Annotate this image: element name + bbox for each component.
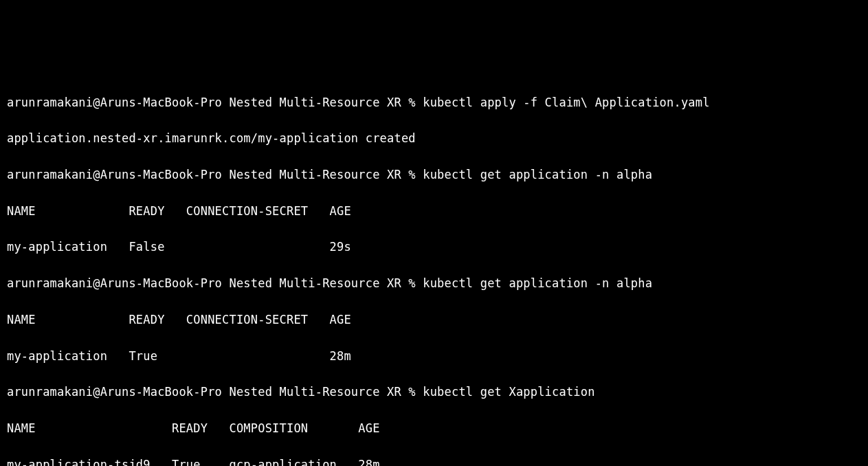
terminal-line-header: NAME READY COMPOSITION AGE bbox=[7, 419, 861, 437]
terminal-line-command: arunramakani@Aruns-MacBook-Pro Nested Mu… bbox=[7, 274, 861, 292]
terminal-line-row: my-application False 29s bbox=[7, 238, 861, 256]
terminal-line-header: NAME READY CONNECTION-SECRET AGE bbox=[7, 311, 861, 329]
terminal-line-header: NAME READY CONNECTION-SECRET AGE bbox=[7, 202, 861, 220]
terminal-line-output: application.nested-xr.imarunrk.com/my-ap… bbox=[7, 129, 861, 147]
terminal-line-command: arunramakani@Aruns-MacBook-Pro Nested Mu… bbox=[7, 93, 861, 111]
terminal-line-command: arunramakani@Aruns-MacBook-Pro Nested Mu… bbox=[7, 166, 861, 184]
terminal-line-command: arunramakani@Aruns-MacBook-Pro Nested Mu… bbox=[7, 383, 861, 401]
terminal-line-row: my-application True 28m bbox=[7, 347, 861, 365]
terminal-line-row: my-application-tsjd9 True gcp-applicatio… bbox=[7, 456, 861, 466]
terminal-window[interactable]: arunramakani@Aruns-MacBook-Pro Nested Mu… bbox=[7, 75, 861, 466]
